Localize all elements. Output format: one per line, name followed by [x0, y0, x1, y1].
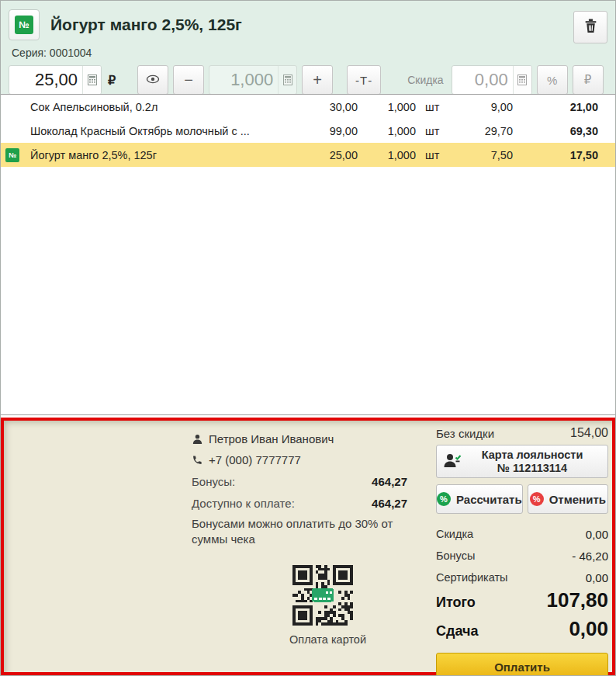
price-currency-label: ₽ — [108, 73, 116, 88]
item-total: 21,00 — [513, 101, 598, 113]
discount-label: Скидка — [407, 74, 443, 86]
product-header: № Йогурт манго 2,5%, 125г Серия: 0001004… — [1, 1, 615, 94]
discount-input[interactable] — [452, 66, 513, 94]
delete-row-button[interactable] — [573, 11, 607, 43]
total-label: Итого — [436, 595, 476, 611]
person-check-icon — [443, 452, 463, 472]
cancel-button-label: Отменить — [549, 493, 606, 506]
card-payment-qr: Оплата картой — [289, 565, 356, 646]
pay-button-label: Оплатить — [494, 660, 550, 674]
calculate-button-label: Рассчитать — [456, 493, 522, 506]
item-toolbar: ₽ − + -Т- Скидка % — [9, 65, 607, 95]
discount-input-group — [452, 65, 532, 95]
item-price: 99,00 — [286, 125, 358, 137]
qr-code — [292, 565, 353, 626]
available-value: 464,27 — [372, 497, 407, 510]
table-row[interactable]: Шоколад Красный Октябрь молочный с ... 9… — [1, 119, 615, 143]
quantity-decrease-button[interactable]: − — [173, 65, 204, 95]
change-label: Сдача — [436, 623, 478, 640]
bonuses-row-value: - 46,20 — [572, 549, 608, 563]
table-row-selected[interactable]: № Йогурт манго 2,5%, 125г 25,00 1,000 шт… — [1, 143, 615, 167]
item-name: Сок Апельсиновый, 0.2л — [24, 101, 286, 113]
no-discount-value: 154,00 — [570, 426, 608, 440]
item-qty: 1,000 — [358, 101, 416, 113]
item-bonus: 7,50 — [459, 149, 513, 161]
item-name: Шоколад Красный Октябрь молочный с ... — [24, 125, 286, 137]
total-value: 107,80 — [546, 588, 608, 612]
pay-button[interactable]: Оплатить — [436, 653, 608, 676]
quantity-input-group — [209, 65, 297, 95]
customer-phone: +7 (000) 7777777 — [209, 453, 301, 466]
loyalty-card-number: № 112113114 — [497, 462, 567, 474]
item-total: 17,50 — [513, 149, 598, 161]
calculate-button[interactable]: % Рассчитать — [436, 484, 523, 514]
calculator-icon[interactable] — [278, 66, 296, 94]
person-icon — [192, 433, 209, 445]
price-input-group — [9, 65, 102, 95]
view-button[interactable] — [137, 65, 168, 95]
qr-caption: Оплата картой — [289, 633, 356, 646]
item-unit: шт — [416, 149, 459, 161]
percent-green-icon: % — [437, 492, 451, 506]
percent-icon: % — [547, 74, 557, 87]
item-unit: шт — [416, 125, 459, 137]
item-unit: шт — [416, 101, 459, 113]
certificates-row-value: 0,00 — [586, 571, 608, 584]
bonuses-row-label: Бонусы — [436, 549, 475, 562]
cancel-button[interactable]: % Отменить — [528, 484, 608, 514]
discount-percent-button[interactable]: % — [537, 65, 568, 95]
loyalty-card-button[interactable]: Карта лояльности № 112113114 — [436, 445, 608, 478]
item-price: 25,00 — [286, 149, 358, 161]
loyalty-card-text: Карта лояльности № 112113114 — [463, 449, 601, 475]
change-value: 0,00 — [569, 617, 608, 641]
discount-row-label: Скидка — [436, 528, 473, 540]
receipt-table: Сок Апельсиновый, 0.2л 30,00 1,000 шт 9,… — [1, 94, 615, 415]
certificates-row-label: Сертификаты — [436, 571, 508, 584]
quantity-increase-button[interactable]: + — [302, 65, 333, 95]
calculator-icon[interactable] — [513, 66, 531, 94]
loyalty-card-title: Карта лояльности — [482, 449, 583, 461]
ruble-icon: ₽ — [584, 73, 592, 87]
item-price: 30,00 — [286, 101, 358, 113]
item-total: 69,30 — [513, 125, 598, 137]
price-input[interactable] — [9, 66, 82, 94]
customer-info: Петров Иван Иванович +7 (000) 7777777 Бо… — [192, 428, 407, 547]
plus-icon: + — [313, 71, 322, 89]
item-qty: 1,000 — [358, 125, 416, 137]
trash-icon — [583, 18, 599, 37]
bonus-note: Бонусами можно оплатить до 30% от суммы … — [192, 516, 403, 547]
payment-panel: Петров Иван Иванович +7 (000) 7777777 Бо… — [1, 418, 615, 675]
table-row[interactable]: Сок Апельсиновый, 0.2л 30,00 1,000 шт 9,… — [1, 95, 615, 119]
phone-icon — [192, 455, 209, 466]
pos-window: № Йогурт манго 2,5%, 125г Серия: 0001004… — [0, 0, 616, 676]
item-name: Йогурт манго 2,5%, 125г — [24, 149, 286, 161]
series-label: Серия: 0001004 — [12, 47, 607, 59]
discount-ruble-button[interactable]: ₽ — [573, 65, 604, 95]
customer-name: Петров Иван Иванович — [209, 432, 334, 445]
number-badge-icon: № — [15, 16, 33, 34]
text-tool-icon: -Т- — [355, 74, 372, 87]
bonus-value: 464,27 — [372, 475, 407, 488]
percent-red-icon: % — [530, 492, 544, 506]
page-title: Йогурт манго 2,5%, 125г — [50, 16, 573, 34]
available-label: Доступно к оплате: — [192, 497, 295, 510]
totals-column: Без скидки 154,00 Карта лояльности № 112… — [436, 424, 608, 676]
row-badge: № — [1, 148, 24, 162]
product-number-badge-button[interactable]: № — [9, 9, 40, 40]
number-badge-icon: № — [5, 148, 19, 162]
calculator-icon[interactable] — [82, 66, 101, 94]
discount-row-value: 0,00 — [586, 528, 608, 541]
minus-icon: − — [184, 71, 193, 89]
item-qty: 1,000 — [358, 149, 416, 161]
item-bonus: 9,00 — [459, 101, 513, 113]
item-bonus: 29,70 — [459, 125, 513, 137]
eye-icon — [146, 73, 160, 87]
bonus-label: Бонусы: — [192, 475, 235, 488]
text-comment-button[interactable]: -Т- — [347, 65, 381, 95]
quantity-input[interactable] — [209, 66, 278, 94]
no-discount-label: Без скидки — [436, 427, 494, 440]
